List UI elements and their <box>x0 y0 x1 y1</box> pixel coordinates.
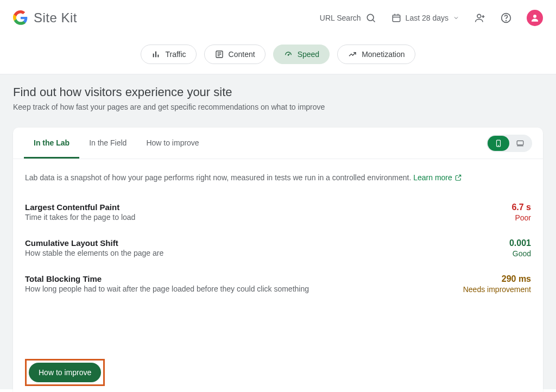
metric-left: Total Blocking Time How long people had … <box>25 274 309 293</box>
url-search[interactable]: URL Search <box>320 12 376 23</box>
metric-subtitle: How stable the elements on the page are <box>25 249 163 257</box>
trending-icon <box>348 49 357 59</box>
tab-improve-label: How to improve <box>146 138 199 147</box>
metric-title: Cumulative Layout Shift <box>25 238 163 248</box>
metric-value: 0.001 <box>509 238 531 248</box>
date-range-label: Last 28 days <box>406 14 448 22</box>
tab-field-label: In the Field <box>89 138 127 147</box>
metric-left: Cumulative Layout Shift How stable the e… <box>25 238 163 257</box>
app-title: Site Kit <box>34 10 77 26</box>
device-mobile-button[interactable] <box>488 136 509 151</box>
svg-point-10 <box>506 21 507 21</box>
metric-subtitle: How long people had to wait after the pa… <box>25 284 309 293</box>
svg-rect-2 <box>393 15 400 22</box>
svg-rect-13 <box>155 52 156 58</box>
person-add-icon <box>475 12 485 23</box>
metric-row-tbt: Total Blocking Time How long people had … <box>25 274 531 294</box>
nav-pills: Traffic Content Speed Monetization <box>0 36 556 74</box>
metric-rating: Good <box>509 249 531 258</box>
nav-traffic-label: Traffic <box>165 50 186 59</box>
metric-rating: Needs improvement <box>463 285 531 294</box>
metric-rating: Poor <box>511 213 531 222</box>
help-icon <box>501 12 511 23</box>
metric-value: 6.7 s <box>511 203 531 212</box>
tab-lab-label: In the Lab <box>34 138 70 147</box>
nav-monetization-label: Monetization <box>362 50 405 59</box>
metric-subtitle: Time it takes for the page to load <box>25 213 135 222</box>
svg-rect-23 <box>517 141 523 145</box>
page-subtitle: Keep track of how fast your pages are an… <box>13 103 543 111</box>
nav-speed-label: Speed <box>298 50 319 59</box>
person-icon <box>530 13 540 23</box>
bar-chart-icon <box>151 49 161 59</box>
avatar[interactable] <box>527 10 543 26</box>
help-button[interactable] <box>501 12 511 23</box>
external-link-icon <box>454 174 462 183</box>
metric-right: 6.7 s Poor <box>511 203 531 222</box>
nav-monetization[interactable]: Monetization <box>337 45 415 64</box>
lab-description: Lab data is a snapshot of how your page … <box>25 173 531 183</box>
tab-how-to-improve[interactable]: How to improve <box>136 128 208 159</box>
learn-more-link[interactable]: Learn more <box>413 173 462 182</box>
page-title: Find out how visitors experience your si… <box>13 85 543 99</box>
device-desktop-button[interactable] <box>509 136 531 151</box>
nav-traffic[interactable]: Traffic <box>141 45 196 64</box>
content-icon <box>214 49 224 59</box>
svg-line-25 <box>458 175 460 178</box>
metric-right: 0.001 Good <box>509 238 531 258</box>
card-tabs-row: In the Lab In the Field How to improve <box>13 128 543 159</box>
metric-left: Largest Contentful Paint Time it takes f… <box>25 203 135 222</box>
add-user-button[interactable] <box>475 12 485 23</box>
card-body: Lab data is a snapshot of how your page … <box>13 159 543 392</box>
url-search-label: URL Search <box>320 14 361 22</box>
how-to-improve-button[interactable]: How to improve <box>29 363 101 382</box>
metric-row-cls: Cumulative Layout Shift How stable the e… <box>25 238 531 258</box>
chevron-down-icon <box>453 15 459 21</box>
page-body: Find out how visitors experience your si… <box>0 74 556 389</box>
date-range-picker[interactable]: Last 28 days <box>391 13 459 23</box>
svg-point-11 <box>533 15 536 18</box>
nav-content-label: Content <box>229 50 255 59</box>
tab-in-the-lab[interactable]: In the Lab <box>24 128 79 159</box>
lab-desc-text: Lab data is a snapshot of how your page … <box>25 173 413 182</box>
svg-rect-14 <box>158 55 159 58</box>
svg-rect-12 <box>153 54 154 58</box>
svg-point-6 <box>477 14 481 18</box>
top-header: Site Kit URL Search Last 28 days <box>0 0 556 36</box>
metric-title: Total Blocking Time <box>25 274 309 283</box>
metric-title: Largest Contentful Paint <box>25 203 135 212</box>
metric-value: 290 ms <box>463 274 531 284</box>
how-btn-label: How to improve <box>39 368 91 377</box>
google-logo-icon <box>13 10 28 26</box>
svg-point-0 <box>367 14 374 21</box>
tab-in-the-field[interactable]: In the Field <box>79 128 136 159</box>
header-left: Site Kit <box>13 10 77 26</box>
svg-point-20 <box>288 55 288 55</box>
metric-right: 290 ms Needs improvement <box>463 274 531 294</box>
header-right: URL Search Last 28 days <box>320 10 543 26</box>
device-toggle <box>486 135 532 152</box>
svg-line-1 <box>372 20 375 22</box>
search-icon <box>365 12 376 23</box>
how-to-improve-highlight: How to improve <box>25 359 105 386</box>
mobile-icon <box>495 138 502 148</box>
card-tabs: In the Lab In the Field How to improve <box>24 128 209 159</box>
desktop-icon <box>515 140 525 147</box>
speed-icon <box>283 49 293 59</box>
nav-content[interactable]: Content <box>204 45 266 64</box>
learn-more-label: Learn more <box>413 173 452 182</box>
nav-speed[interactable]: Speed <box>273 45 330 64</box>
calendar-icon <box>391 13 401 23</box>
metric-row-lcp: Largest Contentful Paint Time it takes f… <box>25 203 531 222</box>
speed-card: In the Lab In the Field How to improve <box>13 128 543 392</box>
